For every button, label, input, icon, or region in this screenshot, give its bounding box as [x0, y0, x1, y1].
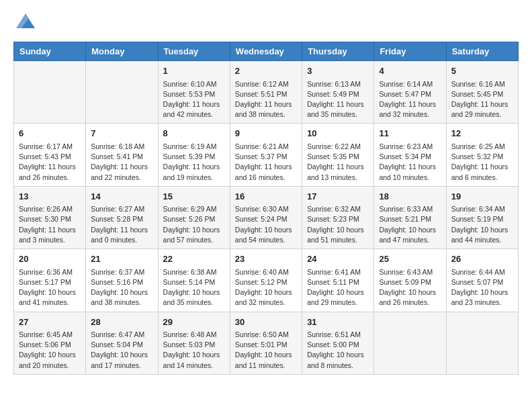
- calendar-cell: 1Sunrise: 6:10 AMSunset: 5:53 PMDaylight…: [158, 61, 230, 124]
- logo-icon: [16, 13, 35, 31]
- weekday-header-wednesday: Wednesday: [230, 42, 302, 61]
- weekday-header-sunday: Sunday: [14, 42, 86, 61]
- day-info: Sunrise: 6:27 AMSunset: 5:28 PMDaylight:…: [91, 204, 152, 245]
- day-info: Sunrise: 6:32 AMSunset: 5:23 PMDaylight:…: [307, 204, 369, 245]
- calendar-cell: 18Sunrise: 6:33 AMSunset: 5:21 PMDayligh…: [374, 186, 446, 248]
- calendar-table: SundayMondayTuesdayWednesdayThursdayFrid…: [13, 42, 519, 375]
- day-number: 25: [379, 253, 441, 266]
- day-number: 8: [163, 127, 225, 140]
- calendar-cell: 6Sunrise: 6:17 AMSunset: 5:43 PMDaylight…: [14, 124, 86, 186]
- day-info: Sunrise: 6:18 AMSunset: 5:41 PMDaylight:…: [91, 142, 152, 183]
- day-info: Sunrise: 6:21 AMSunset: 5:37 PMDaylight:…: [235, 142, 297, 183]
- calendar-cell: 3Sunrise: 6:13 AMSunset: 5:49 PMDaylight…: [302, 61, 374, 124]
- day-info: Sunrise: 6:43 AMSunset: 5:09 PMDaylight:…: [379, 267, 441, 308]
- day-number: 14: [91, 190, 152, 203]
- day-number: 5: [451, 64, 513, 78]
- day-info: Sunrise: 6:19 AMSunset: 5:39 PMDaylight:…: [163, 142, 225, 183]
- day-number: 31: [307, 316, 369, 329]
- calendar-cell: 28Sunrise: 6:47 AMSunset: 5:04 PMDayligh…: [86, 312, 158, 374]
- calendar-cell: [374, 312, 446, 374]
- day-info: Sunrise: 6:12 AMSunset: 5:51 PMDaylight:…: [235, 79, 297, 120]
- calendar-cell: 25Sunrise: 6:43 AMSunset: 5:09 PMDayligh…: [374, 249, 446, 312]
- calendar-week-row: 1Sunrise: 6:10 AMSunset: 5:53 PMDaylight…: [14, 61, 519, 124]
- calendar-cell: 29Sunrise: 6:48 AMSunset: 5:03 PMDayligh…: [158, 312, 230, 374]
- day-number: 30: [235, 316, 297, 329]
- day-info: Sunrise: 6:23 AMSunset: 5:34 PMDaylight:…: [379, 142, 441, 183]
- page: SundayMondayTuesdayWednesdayThursdayFrid…: [0, 0, 532, 388]
- day-info: Sunrise: 6:26 AMSunset: 5:30 PMDaylight:…: [19, 204, 81, 245]
- day-info: Sunrise: 6:37 AMSunset: 5:16 PMDaylight:…: [91, 267, 152, 308]
- day-info: Sunrise: 6:29 AMSunset: 5:26 PMDaylight:…: [163, 204, 225, 245]
- day-number: 26: [451, 253, 513, 266]
- day-number: 15: [163, 190, 225, 203]
- calendar-cell: 22Sunrise: 6:38 AMSunset: 5:14 PMDayligh…: [158, 249, 230, 312]
- day-info: Sunrise: 6:22 AMSunset: 5:35 PMDaylight:…: [307, 142, 369, 183]
- day-info: Sunrise: 6:17 AMSunset: 5:43 PMDaylight:…: [19, 142, 81, 183]
- calendar-cell: 23Sunrise: 6:40 AMSunset: 5:12 PMDayligh…: [230, 249, 302, 312]
- day-info: Sunrise: 6:50 AMSunset: 5:01 PMDaylight:…: [235, 330, 297, 371]
- calendar-cell: 16Sunrise: 6:30 AMSunset: 5:24 PMDayligh…: [230, 186, 302, 248]
- calendar-cell: 7Sunrise: 6:18 AMSunset: 5:41 PMDaylight…: [86, 124, 158, 186]
- calendar-cell: 17Sunrise: 6:32 AMSunset: 5:23 PMDayligh…: [302, 186, 374, 248]
- day-number: 3: [307, 64, 369, 78]
- day-number: 1: [163, 64, 225, 78]
- logo: [13, 13, 35, 31]
- weekday-header-thursday: Thursday: [302, 42, 374, 61]
- calendar-cell: [14, 61, 86, 124]
- calendar-cell: 27Sunrise: 6:45 AMSunset: 5:06 PMDayligh…: [14, 312, 86, 374]
- day-number: 29: [163, 316, 225, 329]
- day-number: 6: [19, 127, 81, 140]
- day-number: 23: [235, 253, 297, 266]
- calendar-cell: 4Sunrise: 6:14 AMSunset: 5:47 PMDaylight…: [374, 61, 446, 124]
- calendar-cell: 21Sunrise: 6:37 AMSunset: 5:16 PMDayligh…: [86, 249, 158, 312]
- day-info: Sunrise: 6:47 AMSunset: 5:04 PMDaylight:…: [91, 330, 152, 371]
- day-info: Sunrise: 6:44 AMSunset: 5:07 PMDaylight:…: [451, 267, 513, 308]
- day-info: Sunrise: 6:33 AMSunset: 5:21 PMDaylight:…: [379, 204, 441, 245]
- day-number: 4: [379, 64, 441, 78]
- calendar-cell: 24Sunrise: 6:41 AMSunset: 5:11 PMDayligh…: [302, 249, 374, 312]
- day-number: 16: [235, 190, 297, 203]
- day-number: 28: [91, 316, 152, 329]
- day-number: 21: [91, 253, 152, 266]
- calendar-cell: 10Sunrise: 6:22 AMSunset: 5:35 PMDayligh…: [302, 124, 374, 186]
- day-info: Sunrise: 6:34 AMSunset: 5:19 PMDaylight:…: [451, 204, 513, 245]
- day-info: Sunrise: 6:41 AMSunset: 5:11 PMDaylight:…: [307, 267, 369, 308]
- calendar-cell: 31Sunrise: 6:51 AMSunset: 5:00 PMDayligh…: [302, 312, 374, 374]
- calendar-week-row: 13Sunrise: 6:26 AMSunset: 5:30 PMDayligh…: [14, 186, 519, 248]
- day-info: Sunrise: 6:13 AMSunset: 5:49 PMDaylight:…: [307, 79, 369, 120]
- day-info: Sunrise: 6:30 AMSunset: 5:24 PMDaylight:…: [235, 204, 297, 245]
- weekday-header-monday: Monday: [86, 42, 158, 61]
- calendar-cell: 11Sunrise: 6:23 AMSunset: 5:34 PMDayligh…: [374, 124, 446, 186]
- day-number: 12: [451, 127, 513, 140]
- day-number: 11: [379, 127, 441, 140]
- weekday-header-tuesday: Tuesday: [158, 42, 230, 61]
- day-number: 13: [19, 190, 81, 203]
- day-number: 18: [379, 190, 441, 203]
- day-info: Sunrise: 6:10 AMSunset: 5:53 PMDaylight:…: [163, 79, 225, 120]
- day-number: 27: [19, 316, 81, 329]
- day-info: Sunrise: 6:14 AMSunset: 5:47 PMDaylight:…: [379, 79, 441, 120]
- calendar-cell: 5Sunrise: 6:16 AMSunset: 5:45 PMDaylight…: [446, 61, 518, 124]
- day-info: Sunrise: 6:38 AMSunset: 5:14 PMDaylight:…: [163, 267, 225, 308]
- day-number: 22: [163, 253, 225, 266]
- calendar-cell: 20Sunrise: 6:36 AMSunset: 5:17 PMDayligh…: [14, 249, 86, 312]
- calendar-cell: 8Sunrise: 6:19 AMSunset: 5:39 PMDaylight…: [158, 124, 230, 186]
- calendar-cell: 19Sunrise: 6:34 AMSunset: 5:19 PMDayligh…: [446, 186, 518, 248]
- calendar-cell: [446, 312, 518, 374]
- day-info: Sunrise: 6:48 AMSunset: 5:03 PMDaylight:…: [163, 330, 225, 371]
- calendar-cell: 14Sunrise: 6:27 AMSunset: 5:28 PMDayligh…: [86, 186, 158, 248]
- day-info: Sunrise: 6:40 AMSunset: 5:12 PMDaylight:…: [235, 267, 297, 308]
- calendar-cell: [86, 61, 158, 124]
- weekday-header-saturday: Saturday: [446, 42, 518, 61]
- calendar-cell: 9Sunrise: 6:21 AMSunset: 5:37 PMDaylight…: [230, 124, 302, 186]
- calendar-cell: 2Sunrise: 6:12 AMSunset: 5:51 PMDaylight…: [230, 61, 302, 124]
- day-number: 7: [91, 127, 152, 140]
- day-number: 10: [307, 127, 369, 140]
- day-info: Sunrise: 6:51 AMSunset: 5:00 PMDaylight:…: [307, 330, 369, 371]
- calendar-cell: 26Sunrise: 6:44 AMSunset: 5:07 PMDayligh…: [446, 249, 518, 312]
- day-number: 20: [19, 253, 81, 266]
- calendar-week-row: 20Sunrise: 6:36 AMSunset: 5:17 PMDayligh…: [14, 249, 519, 312]
- calendar-cell: 13Sunrise: 6:26 AMSunset: 5:30 PMDayligh…: [14, 186, 86, 248]
- weekday-header-friday: Friday: [374, 42, 446, 61]
- calendar-week-row: 27Sunrise: 6:45 AMSunset: 5:06 PMDayligh…: [14, 312, 519, 374]
